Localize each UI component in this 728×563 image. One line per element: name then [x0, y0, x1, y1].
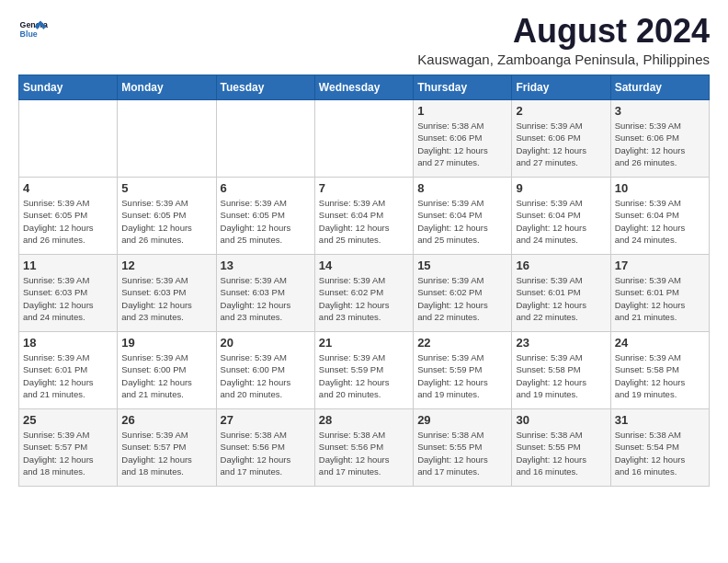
- day-info: Sunrise: 5:39 AM Sunset: 6:06 PM Dayligh…: [516, 120, 606, 168]
- day-number: 7: [319, 181, 409, 195]
- calendar-cell: 10Sunrise: 5:39 AM Sunset: 6:04 PM Dayli…: [610, 178, 709, 255]
- day-number: 26: [121, 413, 211, 427]
- day-number: 13: [221, 259, 311, 272]
- logo: General Blue: [18, 15, 48, 44]
- day-number: 25: [23, 413, 113, 427]
- calendar-cell: 28Sunrise: 5:38 AM Sunset: 5:56 PM Dayli…: [314, 409, 413, 487]
- day-number: 6: [221, 181, 311, 195]
- calendar-cell: 4Sunrise: 5:39 AM Sunset: 6:05 PM Daylig…: [19, 178, 118, 255]
- day-info: Sunrise: 5:39 AM Sunset: 6:03 PM Dayligh…: [121, 274, 211, 323]
- day-number: 15: [417, 259, 507, 272]
- day-info: Sunrise: 5:39 AM Sunset: 6:04 PM Dayligh…: [516, 197, 606, 246]
- day-info: Sunrise: 5:39 AM Sunset: 6:04 PM Dayligh…: [615, 197, 705, 246]
- day-number: 12: [121, 259, 211, 272]
- calendar-cell: 13Sunrise: 5:39 AM Sunset: 6:03 PM Dayli…: [216, 255, 314, 332]
- day-number: 3: [615, 104, 705, 118]
- day-info: Sunrise: 5:39 AM Sunset: 5:58 PM Dayligh…: [516, 351, 606, 400]
- day-info: Sunrise: 5:39 AM Sunset: 6:05 PM Dayligh…: [221, 197, 311, 246]
- day-info: Sunrise: 5:38 AM Sunset: 6:06 PM Dayligh…: [417, 120, 507, 168]
- logo-icon: General Blue: [18, 15, 48, 44]
- day-info: Sunrise: 5:38 AM Sunset: 5:56 PM Dayligh…: [319, 429, 409, 477]
- calendar-cell: [314, 100, 413, 178]
- weekday-header-wednesday: Wednesday: [314, 75, 413, 100]
- calendar-cell: 16Sunrise: 5:39 AM Sunset: 6:01 PM Dayli…: [512, 255, 610, 332]
- day-number: 29: [417, 413, 507, 427]
- day-number: 20: [221, 336, 311, 350]
- day-info: Sunrise: 5:39 AM Sunset: 6:03 PM Dayligh…: [221, 274, 311, 323]
- day-info: Sunrise: 5:38 AM Sunset: 5:54 PM Dayligh…: [615, 429, 705, 477]
- calendar-cell: 8Sunrise: 5:39 AM Sunset: 6:04 PM Daylig…: [414, 178, 512, 255]
- calendar-cell: 2Sunrise: 5:39 AM Sunset: 6:06 PM Daylig…: [512, 100, 610, 178]
- day-number: 16: [516, 259, 606, 272]
- day-info: Sunrise: 5:39 AM Sunset: 6:02 PM Dayligh…: [319, 274, 409, 323]
- calendar-cell: 24Sunrise: 5:39 AM Sunset: 5:58 PM Dayli…: [610, 332, 709, 409]
- day-number: 4: [23, 181, 113, 195]
- day-number: 28: [319, 413, 409, 427]
- weekday-header-saturday: Saturday: [610, 75, 709, 100]
- day-info: Sunrise: 5:39 AM Sunset: 5:58 PM Dayligh…: [615, 351, 705, 400]
- day-info: Sunrise: 5:39 AM Sunset: 5:57 PM Dayligh…: [121, 429, 211, 477]
- calendar-cell: 26Sunrise: 5:39 AM Sunset: 5:57 PM Dayli…: [118, 409, 216, 487]
- calendar-cell: 29Sunrise: 5:38 AM Sunset: 5:55 PM Dayli…: [414, 409, 512, 487]
- day-info: Sunrise: 5:39 AM Sunset: 6:04 PM Dayligh…: [417, 197, 507, 246]
- day-number: 8: [417, 181, 507, 195]
- calendar-cell: 17Sunrise: 5:39 AM Sunset: 6:01 PM Dayli…: [610, 255, 709, 332]
- day-number: 9: [516, 181, 606, 195]
- calendar-cell: 3Sunrise: 5:39 AM Sunset: 6:06 PM Daylig…: [610, 100, 709, 178]
- title-section: August 2024 Kauswagan, Zamboanga Peninsu…: [417, 15, 710, 67]
- calendar-cell: 25Sunrise: 5:39 AM Sunset: 5:57 PM Dayli…: [19, 409, 118, 487]
- calendar-cell: 7Sunrise: 5:39 AM Sunset: 6:04 PM Daylig…: [314, 178, 413, 255]
- day-info: Sunrise: 5:39 AM Sunset: 5:57 PM Dayligh…: [23, 429, 113, 477]
- calendar-cell: 19Sunrise: 5:39 AM Sunset: 6:00 PM Dayli…: [118, 332, 216, 409]
- day-number: 24: [615, 336, 705, 350]
- day-number: 23: [516, 336, 606, 350]
- location-subtitle: Kauswagan, Zamboanga Peninsula, Philippi…: [417, 52, 710, 67]
- calendar-cell: 18Sunrise: 5:39 AM Sunset: 6:01 PM Dayli…: [19, 332, 118, 409]
- calendar-cell: 23Sunrise: 5:39 AM Sunset: 5:58 PM Dayli…: [512, 332, 610, 409]
- day-number: 14: [319, 259, 409, 272]
- day-number: 5: [121, 181, 211, 195]
- day-info: Sunrise: 5:39 AM Sunset: 6:01 PM Dayligh…: [516, 274, 606, 323]
- day-info: Sunrise: 5:39 AM Sunset: 6:06 PM Dayligh…: [615, 120, 705, 168]
- day-info: Sunrise: 5:39 AM Sunset: 6:01 PM Dayligh…: [23, 351, 113, 400]
- month-year-title: August 2024: [417, 15, 710, 48]
- day-number: 10: [615, 181, 705, 195]
- day-info: Sunrise: 5:39 AM Sunset: 6:00 PM Dayligh…: [121, 351, 211, 400]
- day-number: 1: [417, 104, 507, 118]
- day-number: 22: [417, 336, 507, 350]
- calendar-cell: 15Sunrise: 5:39 AM Sunset: 6:02 PM Dayli…: [414, 255, 512, 332]
- calendar-cell: 9Sunrise: 5:39 AM Sunset: 6:04 PM Daylig…: [512, 178, 610, 255]
- day-number: 18: [23, 336, 113, 350]
- calendar-cell: 12Sunrise: 5:39 AM Sunset: 6:03 PM Dayli…: [118, 255, 216, 332]
- svg-text:Blue: Blue: [20, 29, 38, 39]
- day-number: 21: [319, 336, 409, 350]
- day-number: 11: [23, 259, 113, 272]
- calendar-cell: 21Sunrise: 5:39 AM Sunset: 5:59 PM Dayli…: [314, 332, 413, 409]
- calendar-cell: 5Sunrise: 5:39 AM Sunset: 6:05 PM Daylig…: [118, 178, 216, 255]
- calendar-cell: 20Sunrise: 5:39 AM Sunset: 6:00 PM Dayli…: [216, 332, 314, 409]
- day-info: Sunrise: 5:38 AM Sunset: 5:56 PM Dayligh…: [221, 429, 311, 477]
- weekday-header-thursday: Thursday: [414, 75, 512, 100]
- calendar-cell: [19, 100, 118, 178]
- weekday-header-sunday: Sunday: [19, 75, 118, 100]
- weekday-header-monday: Monday: [118, 75, 216, 100]
- day-info: Sunrise: 5:39 AM Sunset: 6:02 PM Dayligh…: [417, 274, 507, 323]
- calendar-cell: 1Sunrise: 5:38 AM Sunset: 6:06 PM Daylig…: [414, 100, 512, 178]
- calendar-cell: 31Sunrise: 5:38 AM Sunset: 5:54 PM Dayli…: [610, 409, 709, 487]
- day-number: 27: [221, 413, 311, 427]
- calendar-cell: [118, 100, 216, 178]
- calendar-cell: 6Sunrise: 5:39 AM Sunset: 6:05 PM Daylig…: [216, 178, 314, 255]
- calendar-cell: 14Sunrise: 5:39 AM Sunset: 6:02 PM Dayli…: [314, 255, 413, 332]
- day-info: Sunrise: 5:39 AM Sunset: 6:01 PM Dayligh…: [615, 274, 705, 323]
- calendar-cell: 27Sunrise: 5:38 AM Sunset: 5:56 PM Dayli…: [216, 409, 314, 487]
- day-info: Sunrise: 5:39 AM Sunset: 6:05 PM Dayligh…: [121, 197, 211, 246]
- calendar-table: SundayMondayTuesdayWednesdayThursdayFrid…: [18, 75, 710, 487]
- calendar-cell: 30Sunrise: 5:38 AM Sunset: 5:55 PM Dayli…: [512, 409, 610, 487]
- weekday-header-tuesday: Tuesday: [216, 75, 314, 100]
- day-info: Sunrise: 5:39 AM Sunset: 5:59 PM Dayligh…: [417, 351, 507, 400]
- calendar-cell: 22Sunrise: 5:39 AM Sunset: 5:59 PM Dayli…: [414, 332, 512, 409]
- day-info: Sunrise: 5:39 AM Sunset: 6:03 PM Dayligh…: [23, 274, 113, 323]
- day-number: 30: [516, 413, 606, 427]
- calendar-cell: 11Sunrise: 5:39 AM Sunset: 6:03 PM Dayli…: [19, 255, 118, 332]
- weekday-header-friday: Friday: [512, 75, 610, 100]
